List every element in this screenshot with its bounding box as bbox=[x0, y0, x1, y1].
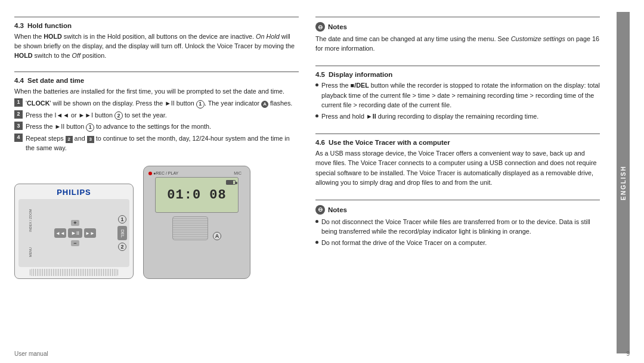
battery-icon bbox=[226, 180, 236, 185]
devices-image-row: PHILIPS INDEX / ZOOM MENU + ◄◄ ►I bbox=[14, 166, 299, 279]
indicator-a: A bbox=[213, 232, 221, 240]
notes1-section: ⊖ Notes The date and time can be changed… bbox=[315, 12, 600, 55]
sidebar-english: ENGLISH bbox=[617, 12, 630, 353]
step-num-4: 4 bbox=[14, 134, 23, 142]
circle-1: 1 bbox=[118, 215, 126, 224]
menu-label: MENU bbox=[18, 247, 33, 257]
section-44-body: When the batteries are installed for the… bbox=[14, 86, 299, 96]
notes2-section: ⊖ Notes Do not disconnect the Voice Trac… bbox=[315, 195, 600, 250]
rec-dot bbox=[148, 172, 152, 175]
lcd-display: 01:0 08 bbox=[167, 188, 226, 203]
mic-label: MIC bbox=[234, 171, 242, 175]
speaker-grille bbox=[30, 269, 119, 276]
section-43: 4.3 Hold function When the HOLD switch i… bbox=[14, 12, 299, 61]
device2-bottom: A bbox=[148, 216, 245, 240]
step-num-3: 3 bbox=[14, 122, 23, 130]
footer-right: 9 bbox=[626, 350, 630, 357]
device1-controls: INDEX / ZOOM MENU + ◄◄ ►II ►► bbox=[18, 199, 129, 267]
device2-speaker bbox=[172, 216, 208, 240]
section-45-title: 4.5 Display information bbox=[315, 71, 600, 78]
notes2-bullet-2: Do not format the drive of the Voice Tra… bbox=[315, 238, 600, 247]
notes-icon-2: ⊖ bbox=[315, 205, 325, 215]
notes2-header: ⊖ Notes bbox=[315, 205, 600, 215]
page-footer: User manual 9 bbox=[14, 350, 630, 357]
section-43-body: When the HOLD switch is in the Hold posi… bbox=[14, 32, 299, 61]
bullet-45-1: Press the ■/DEL button while the recorde… bbox=[315, 80, 600, 110]
section-44: 4.4 Set date and time When the batteries… bbox=[14, 67, 299, 156]
minus-button: − bbox=[71, 240, 79, 246]
notes2-bullets: Do not disconnect the Voice Tracer while… bbox=[315, 217, 600, 248]
left-column: 4.3 Hold function When the HOLD switch i… bbox=[14, 12, 299, 353]
device1-image: PHILIPS INDEX / ZOOM MENU + ◄◄ ►I bbox=[14, 184, 134, 279]
footer-left: User manual bbox=[14, 350, 48, 357]
bullet-45-2: Press and hold ►II during recording to d… bbox=[315, 111, 600, 121]
step-num-2: 2 bbox=[14, 110, 23, 119]
section-44-title: 4.4 Set date and time bbox=[14, 77, 299, 84]
right-column: ⊖ Notes The date and time can be changed… bbox=[315, 12, 600, 353]
index-label: INDEX / ZOOM bbox=[18, 209, 33, 232]
step-3: 3 Press the ►II button 1 to advance to t… bbox=[14, 122, 299, 132]
plus-button: + bbox=[71, 220, 79, 226]
notes1-body: The date and time can be changed at any … bbox=[315, 34, 600, 53]
rec-play-label: ●REC / PLAY bbox=[148, 171, 178, 175]
lcd-screen: 01:0 08 bbox=[155, 177, 239, 213]
nav-row: ◄◄ ►II ►► bbox=[54, 228, 96, 238]
indicator-area: A bbox=[213, 232, 221, 240]
step-1: 1 'CLOCK' will be shown on the display. … bbox=[14, 98, 299, 108]
step-num-1: 1 bbox=[14, 98, 23, 107]
step-2: 2 Press the I◄◄ or ►►I button 2 to set t… bbox=[14, 110, 299, 120]
step-4: 4 Repeat steps 2 and 3 to continue to se… bbox=[14, 134, 299, 153]
section-46: 4.6 Use the Voice Tracer with a computer… bbox=[315, 129, 600, 189]
notes-icon-1: ⊖ bbox=[315, 22, 325, 32]
step-list: 1 'CLOCK' will be shown on the display. … bbox=[14, 98, 299, 153]
section-45: 4.5 Display information Press the ■/DEL … bbox=[315, 61, 600, 123]
section-46-title: 4.6 Use the Voice Tracer with a computer bbox=[315, 139, 600, 146]
circle-2: 2 bbox=[118, 243, 126, 251]
center-controls: + ◄◄ ►II ►► − bbox=[33, 199, 117, 267]
section-45-bullets: Press the ■/DEL button while the recorde… bbox=[315, 80, 600, 121]
play-button: ►II bbox=[68, 228, 82, 238]
next-button: ►► bbox=[84, 228, 96, 238]
device2-image: ●REC / PLAY MIC 01:0 08 A bbox=[143, 166, 250, 279]
notes1-header: ⊖ Notes bbox=[315, 22, 600, 32]
section-46-body: As a USB mass storage device, the Voice … bbox=[315, 148, 600, 187]
philips-logo: PHILIPS bbox=[57, 188, 91, 197]
section-43-title: 4.3 Hold function bbox=[14, 22, 299, 29]
del-button: DEL bbox=[117, 226, 127, 240]
notes2-bullet-1: Do not disconnect the Voice Tracer while… bbox=[315, 217, 600, 236]
right-controls: 1 DEL 2 bbox=[117, 199, 129, 267]
prev-button: ◄◄ bbox=[54, 228, 66, 238]
